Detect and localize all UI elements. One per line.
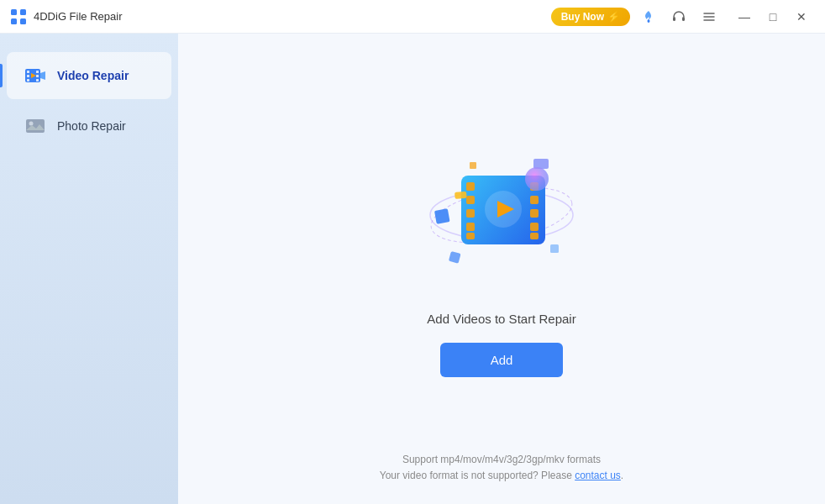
svg-rect-4 bbox=[673, 17, 675, 21]
svg-rect-35 bbox=[530, 209, 539, 218]
svg-rect-23 bbox=[434, 208, 450, 224]
svg-rect-15 bbox=[36, 79, 39, 81]
sidebar-item-photo-repair[interactable]: Photo Repair bbox=[7, 102, 171, 150]
svg-rect-29 bbox=[466, 196, 475, 204]
svg-rect-10 bbox=[27, 71, 29, 73]
svg-rect-11 bbox=[27, 75, 29, 77]
sidebar-item-video-repair[interactable]: Video Repair bbox=[7, 52, 171, 99]
svg-rect-31 bbox=[466, 223, 475, 231]
svg-rect-0 bbox=[11, 9, 17, 15]
content-area: Add Videos to Start Repair Add Support m… bbox=[178, 34, 825, 504]
app-title: 4DDiG File Repair bbox=[34, 10, 122, 23]
headphones-button[interactable] bbox=[667, 5, 691, 29]
svg-rect-2 bbox=[11, 18, 17, 24]
window-controls: — □ ✕ bbox=[731, 5, 815, 29]
minimize-button[interactable]: — bbox=[731, 5, 758, 29]
headphones-icon bbox=[672, 10, 686, 24]
svg-rect-17 bbox=[26, 119, 45, 133]
footer-line2-prefix: Your video format is not supported? Plea… bbox=[380, 470, 575, 481]
title-bar: 4DDiG File Repair Buy Now ⚡ bbox=[0, 0, 825, 34]
svg-rect-36 bbox=[530, 223, 539, 231]
footer-line2: Your video format is not supported? Plea… bbox=[380, 468, 623, 484]
video-repair-label: Video Repair bbox=[57, 69, 129, 82]
buy-now-label: Buy Now bbox=[561, 11, 604, 23]
svg-rect-26 bbox=[470, 162, 476, 169]
center-content: Add Videos to Start Repair Add bbox=[409, 127, 594, 377]
empty-state-title: Add Videos to Start Repair bbox=[427, 312, 575, 326]
buy-now-button[interactable]: Buy Now ⚡ bbox=[551, 8, 630, 26]
svg-rect-3 bbox=[20, 18, 26, 24]
title-bar-left: 4DDiG File Repair bbox=[10, 8, 122, 25]
footer-line1: Support mp4/mov/m4v/3g2/3gp/mkv formats bbox=[380, 452, 623, 468]
add-button[interactable]: Add bbox=[440, 343, 564, 377]
footer: Support mp4/mov/m4v/3g2/3gp/mkv formats … bbox=[380, 452, 623, 484]
svg-rect-41 bbox=[455, 192, 467, 199]
app-icon bbox=[10, 8, 27, 25]
flame-button[interactable] bbox=[637, 5, 660, 29]
svg-point-18 bbox=[29, 122, 34, 126]
svg-rect-13 bbox=[36, 71, 39, 73]
maximize-button[interactable]: □ bbox=[759, 5, 786, 29]
illustration-svg bbox=[409, 127, 594, 295]
svg-rect-28 bbox=[466, 182, 475, 191]
video-illustration bbox=[409, 127, 594, 295]
photo-repair-label: Photo Repair bbox=[57, 119, 126, 133]
lightning-icon: ⚡ bbox=[607, 11, 620, 23]
svg-rect-34 bbox=[530, 196, 539, 204]
svg-rect-30 bbox=[466, 209, 475, 218]
svg-rect-1 bbox=[20, 9, 26, 15]
svg-rect-25 bbox=[550, 244, 559, 253]
video-repair-icon bbox=[24, 64, 47, 87]
svg-rect-24 bbox=[449, 251, 461, 264]
photo-repair-icon bbox=[24, 114, 47, 138]
close-button[interactable]: ✕ bbox=[788, 5, 815, 29]
contact-us-link[interactable]: contact us bbox=[575, 470, 621, 481]
svg-point-40 bbox=[525, 167, 549, 191]
svg-rect-32 bbox=[466, 233, 475, 239]
svg-rect-14 bbox=[36, 75, 39, 77]
svg-rect-12 bbox=[27, 79, 29, 81]
footer-line2-suffix: . bbox=[621, 470, 623, 481]
menu-button[interactable] bbox=[697, 5, 721, 29]
title-bar-right: Buy Now ⚡ — □ bbox=[551, 5, 815, 29]
menu-icon bbox=[702, 10, 716, 24]
svg-rect-37 bbox=[530, 233, 539, 239]
main-layout: Video Repair Photo Repair bbox=[0, 34, 825, 504]
flame-icon bbox=[642, 10, 655, 24]
sidebar: Video Repair Photo Repair bbox=[0, 34, 178, 504]
svg-rect-5 bbox=[682, 17, 685, 21]
